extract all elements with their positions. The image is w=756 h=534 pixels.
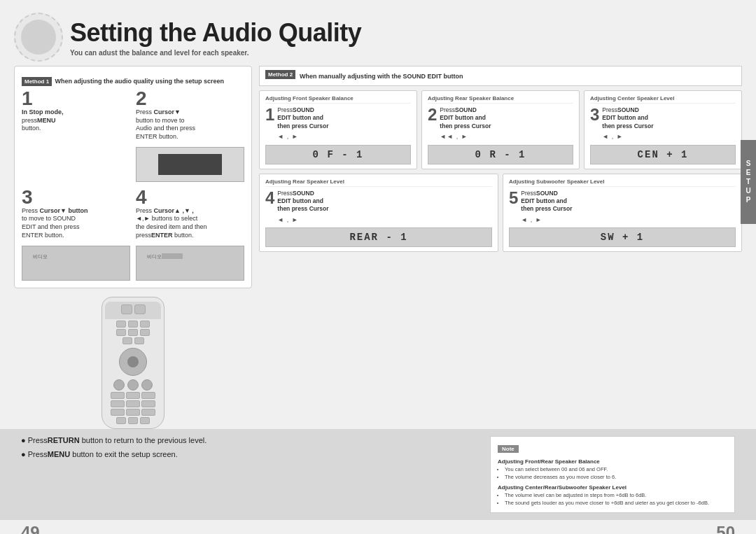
step3-num: 3 (22, 188, 130, 207)
center-step-text: PressSOUNDEDIT button andthen press Curs… (602, 106, 653, 141)
remote-small-btn-1 (116, 321, 126, 328)
remote-small-btn-3 (140, 321, 150, 328)
front-arrows: ◄ , ► (277, 132, 328, 141)
step4-text: Press Cursor▲ ,▼ ,◄,► buttons to selectt… (136, 207, 244, 240)
remote-bottom-btns (113, 379, 153, 391)
method1-step2: 2 Press Cursor▼button to move toAudio an… (136, 89, 244, 182)
rear-balance-label: Adjusting Rear Speaker Balance (428, 95, 573, 104)
rear-level-card: Adjusting Rear Speaker Level 4 PressSOUN… (259, 174, 498, 253)
step4-screen-inner: 비디오 (144, 251, 235, 275)
subwoofer-display: SW + 1 (509, 227, 736, 247)
menu-post: button to exit the setup screen. (70, 450, 177, 458)
remote-btn-2 (134, 304, 146, 314)
remote-nav-wheel (119, 348, 147, 376)
return-instruction: ● PressRETURN button to return to the pr… (21, 436, 469, 444)
remote-small-btn-8 (134, 337, 144, 344)
rear-balance-step-text: PressSOUNDEDIT button andthen press Curs… (440, 106, 491, 141)
rear-level-arrows: ◄ , ► (277, 216, 328, 224)
rear-level-step-text: PressSOUNDEDIT button andthen press Curs… (277, 190, 328, 225)
method1-steps-grid: 1 In Stop mode,pressMENUbutton. 2 Press … (22, 89, 244, 281)
remote-nav-center (127, 356, 139, 367)
note-section1-title: Adjusting Front/Rear Speaker Balance (498, 458, 727, 465)
method1-step4: 4 Press Cursor▲ ,▼ ,◄,► buttons to selec… (136, 188, 244, 281)
remote-num-6 (141, 400, 155, 407)
subwoofer-step-text: PressSOUNDEDIT button andthen press Curs… (521, 190, 572, 225)
header-title-area: Setting the Audio Quality You can adust … (70, 18, 735, 57)
front-speaker-label: Adjusting Front Speaker Balance (265, 95, 411, 104)
left-panel: Method 1 When adjusting the audio qualit… (14, 66, 252, 429)
logo-inner (21, 20, 56, 55)
page-container: Setting the Audio Quality You can adust … (0, 0, 756, 534)
rear-level-step-num: 4 (265, 190, 274, 206)
method2-label: Method 2 (265, 70, 295, 79)
note-section2-title: Adjusting Center/Rear/Subwoofer Speaker … (498, 484, 727, 491)
menu-instruction: ● PressMENU button to exit the setup scr… (21, 450, 469, 458)
right-panel: Method 2 When manually adjusting with th… (259, 66, 742, 429)
remote-control (102, 297, 164, 429)
header: Setting the Audio Quality You can adust … (0, 0, 756, 66)
remote-btn-last-2 (128, 417, 138, 424)
remote-num-7 (111, 409, 125, 416)
bottom-right: Note Adjusting Front/Rear Speaker Balanc… (490, 436, 735, 513)
step3-screen-inner: 비디오 (30, 251, 121, 275)
subwoofer-arrows: ◄ , ► (521, 216, 572, 224)
center-arrows: ◄ , ► (602, 132, 653, 141)
setup-sidebar: SETUP (741, 140, 756, 224)
rear-balance-content: 2 PressSOUNDEDIT button andthen press Cu… (428, 106, 573, 141)
remote-num-3 (141, 392, 155, 399)
step3-text: Press Cursor▼ buttonto move to SOUNDEDIT… (22, 207, 130, 240)
subwoofer-content: 5 PressSOUNDEDIT button andthen press Cu… (509, 190, 736, 225)
remote-small-btn-5 (128, 329, 138, 336)
rear-level-content: 4 PressSOUNDEDIT button andthen press Cu… (265, 190, 492, 225)
return-post: button to return to the previous level. (80, 436, 207, 444)
method1-section: Method 1 When adjusting the audio qualit… (14, 66, 252, 288)
step2-text: Press Cursor▼button to move toAudio and … (136, 108, 244, 141)
bottom-panel: ● PressRETURN button to return to the pr… (0, 429, 756, 520)
note-label: Note (498, 445, 519, 453)
subwoofer-label: Adjusting Subwoofer Speaker Level (509, 178, 736, 187)
setup-label: SETUP (745, 160, 752, 205)
remote-row-1 (105, 321, 161, 328)
rear-balance-card: Adjusting Rear Speaker Balance 2 PressSO… (421, 90, 580, 169)
note-bullet-1-1: You can select between 00 and 06 and OFF… (505, 466, 727, 474)
note-bullets2: The volume level can be adjusted in step… (498, 492, 727, 507)
remote-row-3 (105, 337, 161, 344)
front-step-num: 1 (265, 106, 274, 123)
step4-num: 4 (136, 188, 244, 207)
page-num-left: 49 (21, 523, 40, 535)
note-bullets1: You can select between 00 and 06 and OFF… (498, 466, 727, 482)
step1-text: In Stop mode,pressMENUbutton. (22, 108, 130, 133)
center-step-num: 3 (590, 106, 599, 123)
center-card: Adjusting Center Speaker Level 3 PressSO… (584, 90, 742, 169)
page-title: Setting the Audio Quality (70, 18, 735, 48)
front-step-content: 1 PressSOUNDEDIT button andthen press Cu… (265, 106, 411, 141)
return-bold: RETURN (48, 436, 80, 444)
remote-row-2 (105, 329, 161, 336)
front-display: 0 F - 1 (265, 145, 411, 164)
center-content: 3 PressSOUNDEDIT button andthen press Cu… (590, 106, 736, 141)
logo-circle (14, 13, 63, 62)
remote-top (105, 302, 161, 319)
note-bullet-2-2: The sound gets louder as you move closer… (505, 500, 727, 507)
subwoofer-step-num: 5 (509, 190, 518, 206)
method1-title: When adjusting the audio quality using t… (55, 78, 225, 85)
rear-balance-arrows: ◄◄ , ► (440, 132, 491, 141)
remote-round-btn-2 (127, 379, 139, 391)
remote-round-btn-3 (141, 379, 153, 391)
note-bullet-1-2: The volume decreases as you move closer … (505, 474, 727, 482)
subwoofer-card: Adjusting Subwoofer Speaker Level 5 Pres… (503, 174, 742, 253)
remote-small-btn-2 (128, 321, 138, 328)
remote-num-1 (111, 392, 125, 399)
remote-num-4 (111, 400, 125, 407)
step2-num: 2 (136, 89, 244, 108)
rear-level-display: REAR - 1 (265, 227, 492, 247)
step4-screen: 비디오 (136, 246, 244, 281)
rear-balance-step-num: 2 (428, 106, 437, 123)
rear-level-label: Adjusting Rear Speaker Level (265, 178, 492, 187)
front-step-text: PressSOUNDEDIT button andthen press Curs… (277, 106, 328, 141)
remote-row-last (105, 417, 161, 424)
bottom-left: ● PressRETURN button to return to the pr… (21, 436, 469, 513)
method1-label: Method 1 (22, 77, 52, 86)
remote-num-9 (141, 409, 155, 416)
method1-step1: 1 In Stop mode,pressMENUbutton. (22, 89, 130, 182)
